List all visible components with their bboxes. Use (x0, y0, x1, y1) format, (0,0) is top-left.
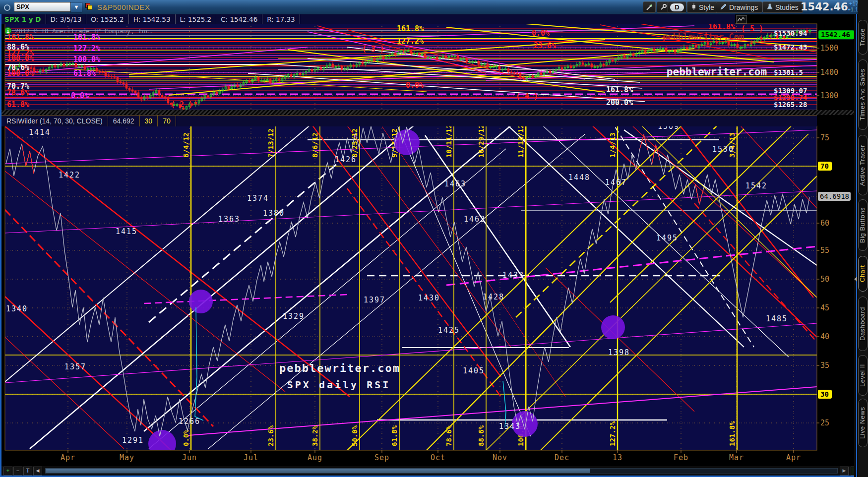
elliott-wave-label: ( 5 ) (741, 24, 763, 33)
text-note-tool-icon[interactable]: T (23, 467, 32, 476)
ohlc-item: R: 17.33 (262, 14, 300, 24)
dropper-tool-icon[interactable] (643, 1, 656, 13)
drawings-button[interactable]: Drawings (716, 1, 762, 13)
pan-left-icon[interactable]: ◀ (33, 467, 42, 476)
rsi-price-label: 1495 (656, 234, 678, 242)
sidebar-tab-level-ii[interactable]: Level II (858, 355, 868, 396)
rsi-axis-tick: 25 (820, 418, 829, 427)
fib-level-label: 61.8% (7, 100, 29, 109)
fib-level-label: 0.0% (71, 91, 89, 100)
fib-percent-label: 127.2% (609, 421, 617, 446)
candlestick (320, 67, 322, 69)
elliott-wave-label: ( 3 ) (362, 45, 384, 54)
link-group-icon[interactable] (85, 3, 93, 11)
candlestick (507, 69, 509, 72)
zoom-in-icon[interactable]: + (3, 467, 12, 476)
rsi-price-label: 1398 (608, 348, 630, 357)
fib-percent-label: 38.2% (311, 425, 319, 446)
month-axis-label: May (120, 453, 134, 462)
style-label: Style (699, 2, 714, 12)
candlestick (478, 61, 480, 64)
fib-level-label: 100.0% (73, 55, 100, 64)
candlestick (523, 78, 525, 79)
chart-canvas[interactable]: 161.8%88.6%127.2%100.0%78.6%100.0%70.7%7… (0, 0, 868, 477)
time-scrollbar[interactable] (45, 468, 838, 474)
candlestick (54, 65, 56, 67)
sidebar-tab-big-buttons[interactable]: Big Buttons (858, 199, 868, 251)
pan-right-icon[interactable]: ▶ (840, 467, 849, 476)
time-scrollbar-thumb[interactable] (46, 469, 590, 473)
candlestick (728, 42, 730, 45)
month-axis-label: Aug (308, 453, 322, 462)
rsi-axis-tick: 45 (820, 303, 829, 312)
copyright-watermark: 2012 © TD Ameritrade IP Company, Inc. (15, 27, 153, 35)
rsi-price-label: 1485 (766, 314, 788, 323)
candlestick (394, 53, 396, 55)
fib-percent-label: 78.6% (445, 425, 453, 446)
zoom-out-icon[interactable]: − (13, 467, 22, 476)
symbol-input[interactable] (14, 2, 72, 12)
candlestick (603, 64, 605, 65)
candlestick (341, 66, 343, 69)
sidebar-tab-dashboard[interactable]: Dashboard (858, 297, 868, 351)
fib-date-label: 6/4/12 (182, 132, 190, 158)
candlestick (382, 57, 384, 59)
fib-date-label: 7/13/12 (267, 128, 275, 158)
pencil-icon (720, 2, 727, 12)
fib-level-label: 78.6% (7, 88, 29, 97)
rsi-price-label: 1266 (179, 417, 200, 426)
rsi-axis-tick: 55 (820, 246, 829, 255)
month-axis-label: Nov (493, 453, 507, 462)
rsi-price-label: 1463 (444, 179, 466, 188)
candlestick (248, 80, 250, 82)
panel-splitter[interactable] (854, 14, 858, 477)
title-bar: ▼ S&P500INDEX D Style Drawings (0, 0, 868, 14)
watermark-pebblewriter-rsi: pebblewriter.com (279, 362, 400, 374)
rsi-price-label: 1291 (122, 436, 144, 445)
candlestick (665, 48, 667, 51)
candlestick (540, 73, 542, 74)
window-border-left (0, 14, 1, 477)
sidebar-tab-live-news[interactable]: Live News (858, 399, 868, 447)
studies-button[interactable]: Studies (762, 1, 803, 13)
studies-label: Studies (775, 2, 799, 12)
candlestick (737, 44, 739, 47)
ohlc-item: D: 3/5/13 (46, 14, 87, 24)
rsi-study-name[interactable]: RSIWilder (14, 70, 30, CLOSE) (1, 116, 108, 126)
watermark-pebblewriter-red: pebblewriter.Com (663, 32, 744, 42)
fib-percent-label: 50.0% (351, 425, 359, 446)
collapse-arrow-icon[interactable] (854, 277, 857, 282)
pivot-marker (148, 430, 176, 458)
rsi-threshold-value: 30 (820, 390, 829, 398)
rsi-price-label: 1343 (499, 422, 521, 431)
month-axis-label: Jul (244, 453, 258, 462)
style-button[interactable]: Style (687, 1, 719, 13)
rsi-price-label: 1380 (263, 209, 285, 218)
candlestick (445, 56, 447, 58)
sidebar-tab-times-and-sales[interactable]: Times And Sales (858, 60, 868, 130)
candlestick (644, 51, 646, 53)
candlestick (278, 79, 280, 80)
elliott-wave-label: ( 2 ) (171, 100, 193, 109)
panel-divider[interactable] (0, 110, 855, 115)
last-price: 1542.46 (801, 1, 848, 13)
elliott-wave-label: ( 4 ) (516, 92, 538, 101)
thinkorswim-chart-window: ▼ S&P500INDEX D Style Drawings (0, 0, 868, 477)
month-axis-label: Sep (374, 453, 389, 462)
fib-level-label: 127.2% (397, 37, 424, 46)
candlestick (623, 56, 625, 57)
sidebar-tab-chart[interactable]: Chart (858, 256, 868, 292)
fib-percent-label: 23.6% (267, 425, 275, 446)
fib-level-label: 161.8% (397, 24, 424, 33)
sidebar-tab-trade[interactable]: Trade (858, 20, 868, 55)
rsi-price-label: 1462 (464, 215, 486, 224)
candlestick (373, 59, 375, 60)
last-price-axis-value: 1542.46 (821, 31, 850, 39)
symbol-dropdown-button[interactable]: ▼ (70, 2, 82, 13)
sidebar-tab-active-trader[interactable]: Active Trader (858, 135, 868, 195)
aggregation-d-button[interactable]: D (668, 1, 686, 13)
candlestick (747, 45, 749, 46)
candlestick (123, 83, 124, 84)
candlestick (591, 64, 593, 67)
candlestick (418, 54, 420, 55)
